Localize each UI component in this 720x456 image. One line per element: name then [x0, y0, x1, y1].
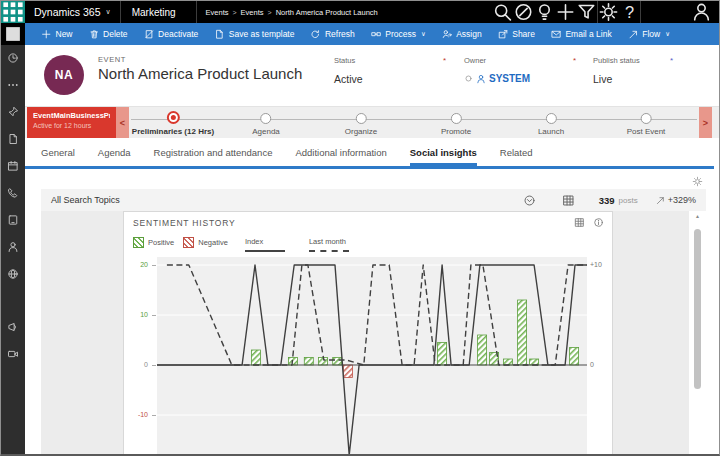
- stage-circle-icon[interactable]: [166, 111, 179, 124]
- stage-circle-icon[interactable]: [261, 113, 272, 124]
- tick-mark: [152, 365, 156, 366]
- process-stage-organize[interactable]: Organize: [345, 111, 377, 136]
- record-header: NA EVENT North America Product Launch St…: [25, 45, 719, 106]
- stage-circle-icon[interactable]: [546, 113, 557, 124]
- search-topic-bar[interactable]: All Search Topics 339 posts +329%: [41, 189, 706, 211]
- tab-related[interactable]: Related: [500, 147, 533, 166]
- dynamics-home-link[interactable]: Dynamics 365 ∨: [34, 6, 111, 18]
- tab-general[interactable]: General: [41, 147, 75, 166]
- header-field-publish-status: Publish status*Live: [593, 56, 673, 85]
- field-label: Owner: [464, 56, 486, 65]
- grid-icon[interactable]: [562, 194, 575, 207]
- field-value[interactable]: SYSTEM: [464, 73, 576, 84]
- tick-mark: [152, 265, 156, 266]
- flow-icon: [628, 29, 639, 40]
- cmd-assign[interactable]: Assign: [434, 29, 490, 40]
- sidebar-pin-icon[interactable]: [7, 106, 19, 118]
- funnel-icon[interactable]: [576, 1, 597, 23]
- deactivate-icon: [144, 29, 155, 40]
- sidebar-globe-icon[interactable]: [7, 268, 19, 280]
- cmd-new[interactable]: New: [33, 29, 81, 40]
- cmd-delete[interactable]: Delete: [81, 29, 136, 40]
- command-bar: NewDeleteDeactivateSave as templateRefre…: [1, 23, 719, 45]
- tab-registration-and-attendance[interactable]: Registration and attendance: [154, 147, 273, 166]
- stage-circle-icon[interactable]: [450, 113, 461, 124]
- breadcrumb-separator: >: [233, 9, 237, 16]
- table-view-icon[interactable]: [574, 217, 585, 228]
- chevron-down-icon: ∨: [106, 8, 111, 16]
- app-name[interactable]: Marketing: [121, 7, 187, 18]
- process-name: EventMainBusinessProce...: [33, 111, 110, 120]
- process-scroll-right-button[interactable]: >: [699, 107, 712, 139]
- sidebar-calendar-icon[interactable]: [7, 160, 19, 172]
- brand-label: Dynamics 365: [34, 6, 101, 18]
- cmd-deactivate[interactable]: Deactivate: [136, 29, 207, 40]
- negative-swatch-icon: [183, 237, 194, 248]
- sidebar-page-icon[interactable]: [7, 133, 19, 145]
- sidebar-megaphone-icon[interactable]: [7, 321, 19, 333]
- legend-label: Index: [245, 237, 285, 246]
- stage-circle-icon[interactable]: [641, 113, 652, 124]
- cmd-flow[interactable]: Flow∨: [620, 29, 678, 40]
- process-stage-preliminaries[interactable]: Preliminaries (12 Hrs): [132, 111, 214, 136]
- scroll-up-arrow-icon[interactable]: ▲: [693, 213, 702, 219]
- cmd-email-a-link[interactable]: Email a Link: [543, 29, 620, 40]
- cmd-label: Delete: [103, 29, 128, 39]
- gear-icon[interactable]: [598, 1, 619, 23]
- widgets-canvas: SENTIMENT HISTORY PositiveNegativeIndexL…: [41, 211, 689, 454]
- process-name-box[interactable]: EventMainBusinessProce... Active for 12 …: [27, 107, 116, 139]
- header-field-status: Status*Active: [334, 56, 446, 85]
- breadcrumb-item[interactable]: Events: [206, 8, 229, 17]
- process-scroll-left-button[interactable]: <: [116, 107, 129, 139]
- sidebar-phone-icon[interactable]: [7, 187, 19, 199]
- top-navigation-bar: Dynamics 365 ∨ Marketing Events>Events>N…: [1, 1, 719, 23]
- user-icon[interactable]: [691, 1, 712, 23]
- trend-value: +329%: [668, 195, 696, 205]
- gear-icon[interactable]: [692, 176, 703, 187]
- cmd-share[interactable]: Share: [490, 29, 543, 40]
- field-value[interactable]: Live: [593, 73, 673, 85]
- vertical-scrollbar[interactable]: ▲: [693, 213, 702, 450]
- cmd-label: Email a Link: [565, 29, 611, 39]
- process-stage-launch[interactable]: Launch: [538, 111, 564, 136]
- sidebar-video-icon[interactable]: [7, 348, 19, 360]
- help-icon[interactable]: ?: [619, 1, 640, 23]
- add-icon[interactable]: [555, 1, 576, 23]
- cmd-save-as-template[interactable]: Save as template: [206, 29, 302, 40]
- process-stage-promote[interactable]: Promote: [441, 111, 471, 136]
- field-value[interactable]: Active: [334, 73, 446, 85]
- breadcrumb-item[interactable]: Events: [241, 8, 264, 17]
- social-insights-content: All Search Topics 339 posts +329% SENTIM…: [25, 169, 719, 454]
- search-icon[interactable]: [492, 1, 513, 23]
- topic-title: All Search Topics: [51, 195, 120, 205]
- chevron-down-icon: ∨: [665, 30, 670, 38]
- posts-label: posts: [619, 196, 638, 205]
- process-stage-agenda[interactable]: Agenda: [252, 111, 280, 136]
- legend-label: Last month: [309, 237, 349, 246]
- sidebar-more-icon[interactable]: [7, 79, 19, 91]
- tab-agenda[interactable]: Agenda: [98, 147, 131, 166]
- stage-circle-icon[interactable]: [356, 113, 367, 124]
- mail-icon: [551, 29, 562, 40]
- tab-additional-information[interactable]: Additional information: [295, 147, 386, 166]
- sidebar-tablet-icon[interactable]: [7, 214, 19, 226]
- header-field-owner: Owner*SYSTEM: [464, 56, 576, 84]
- owner-link[interactable]: SYSTEM: [489, 73, 530, 84]
- cmd-process[interactable]: Process∨: [363, 29, 434, 40]
- task-check-icon[interactable]: [513, 1, 534, 23]
- lightbulb-icon[interactable]: [534, 1, 555, 23]
- y-axis-right-tick: 0: [590, 361, 594, 368]
- required-marker: *: [573, 56, 576, 65]
- collapse-circle-icon[interactable]: [523, 194, 536, 207]
- app-launcher-button[interactable]: [1, 1, 25, 23]
- scrollbar-thumb[interactable]: [694, 229, 701, 389]
- sidebar-recent-icon[interactable]: [7, 52, 19, 64]
- process-stage-post-event[interactable]: Post Event: [627, 111, 666, 136]
- breadcrumb-item[interactable]: North America Product Launch: [276, 8, 378, 17]
- sidebar-contact-icon[interactable]: [7, 241, 19, 253]
- cmd-refresh[interactable]: Refresh: [302, 29, 362, 40]
- tab-social-insights[interactable]: Social insights: [410, 147, 477, 166]
- y-axis-left-tick: -10: [126, 411, 148, 418]
- chevron-down-icon: ∨: [421, 30, 426, 38]
- info-icon[interactable]: [593, 217, 604, 228]
